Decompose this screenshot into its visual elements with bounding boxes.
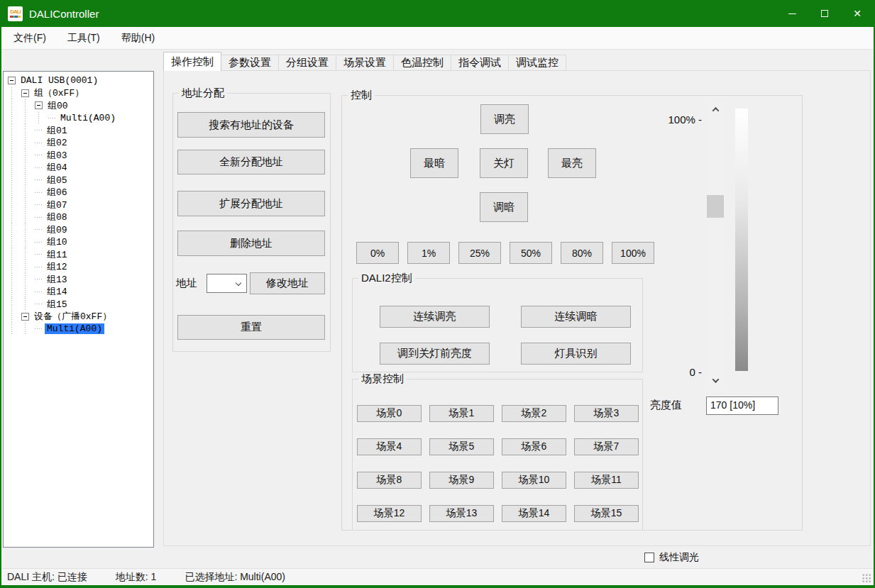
scene-button-15[interactable]: 场景15: [574, 505, 639, 522]
tree-guide: [21, 248, 35, 261]
scroll-down-button[interactable]: [705, 374, 725, 387]
tree-connector: [35, 149, 45, 162]
tree-item[interactable]: 组07: [4, 199, 153, 211]
tab-0[interactable]: 操作控制: [163, 52, 221, 71]
chevron-up-icon: [712, 106, 719, 113]
tree-item[interactable]: 组02: [4, 137, 153, 150]
resize-grip-icon[interactable]: [862, 574, 871, 583]
scene-button-10[interactable]: 场景10: [502, 472, 566, 489]
close-button[interactable]: ✕: [841, 0, 874, 27]
tree-item[interactable]: 组05: [4, 174, 153, 187]
scene-button-14[interactable]: 场景14: [502, 505, 566, 522]
brightness-min-label: 0 -: [645, 366, 702, 378]
percent-button-50[interactable]: 50%: [510, 242, 552, 264]
scene-button-11[interactable]: 场景11: [574, 472, 639, 489]
scene-button-6[interactable]: 场景6: [502, 438, 566, 455]
brightness-gradient-bar: [735, 109, 748, 371]
maximize-button[interactable]: [808, 0, 841, 27]
tree-connector: [35, 199, 45, 211]
tree-item[interactable]: 组00: [4, 99, 153, 112]
scene-button-13[interactable]: 场景13: [429, 505, 494, 522]
scroll-thumb[interactable]: [707, 195, 724, 218]
percent-button-80[interactable]: 80%: [561, 242, 603, 264]
percent-button-100[interactable]: 100%: [612, 242, 654, 264]
tree-item[interactable]: 组09: [4, 223, 153, 236]
dim-button[interactable]: 调暗: [480, 192, 528, 222]
min-brightness-button[interactable]: 最暗: [410, 148, 458, 178]
tab-5[interactable]: 指令调试: [451, 55, 509, 71]
menu-item-help[interactable]: 帮助(H): [111, 27, 165, 49]
tree-item[interactable]: 组03: [4, 149, 153, 162]
tree-item[interactable]: 组08: [4, 211, 153, 224]
tree-item[interactable]: 组15: [4, 298, 153, 311]
tree-item[interactable]: 组01: [4, 124, 153, 137]
tree-item[interactable]: Multi(A00): [4, 323, 153, 335]
tab-1[interactable]: 参数设置: [221, 55, 279, 71]
search-addressed-devices-button[interactable]: 搜索有地址的设备: [177, 112, 325, 138]
tree-item[interactable]: 设备（广播0xFF）: [4, 311, 153, 323]
tree-guide: [21, 149, 35, 162]
scene-button-4[interactable]: 场景4: [357, 438, 422, 455]
collapse-icon[interactable]: [8, 77, 16, 84]
brightness-value-field[interactable]: 170 [10%]: [706, 396, 778, 415]
assign-extended-address-button[interactable]: 扩展分配地址: [177, 191, 325, 216]
dali2-button-1[interactable]: 连续调暗: [521, 306, 631, 328]
brightness-scrollbar[interactable]: [705, 103, 725, 387]
scroll-up-button[interactable]: [705, 103, 725, 116]
status-item-1: 地址数: 1: [116, 571, 157, 584]
scene-button-1[interactable]: 场景1: [429, 405, 494, 422]
tree-item[interactable]: 组（0xFF）: [4, 87, 153, 100]
scene-button-5[interactable]: 场景5: [429, 438, 494, 455]
tree-item[interactable]: 组11: [4, 248, 153, 261]
tree-item[interactable]: 组04: [4, 162, 153, 174]
menu-item-tools[interactable]: 工具(T): [57, 27, 111, 49]
tree-item-label: 组01: [45, 124, 70, 137]
percent-button-25[interactable]: 25%: [458, 242, 501, 264]
tree-connector: [35, 223, 45, 236]
address-combo[interactable]: [207, 274, 247, 293]
percent-button-0[interactable]: 0%: [356, 242, 399, 264]
menu-item-file[interactable]: 文件(F): [3, 27, 57, 49]
scene-button-12[interactable]: 场景12: [357, 505, 422, 522]
tree-item[interactable]: DALI USB(0001): [4, 74, 153, 87]
tree-connector: [35, 323, 45, 335]
collapse-icon[interactable]: [21, 89, 29, 97]
tab-3[interactable]: 场景设置: [336, 55, 394, 71]
tab-2[interactable]: 分组设置: [279, 55, 336, 71]
scene-button-0[interactable]: 场景0: [357, 405, 422, 422]
tree-item-label: 组06: [45, 186, 70, 199]
scene-button-8[interactable]: 场景8: [357, 472, 422, 489]
collapse-icon[interactable]: [21, 313, 29, 321]
linear-dimming-checkbox[interactable]: [644, 553, 654, 562]
modify-address-button[interactable]: 修改地址: [250, 272, 325, 294]
tree-guide: [21, 323, 35, 335]
reset-button[interactable]: 重置: [177, 315, 325, 340]
delete-address-button[interactable]: 删除地址: [177, 231, 325, 256]
tab-6[interactable]: 调试监控: [509, 55, 566, 71]
light-off-button[interactable]: 关灯: [480, 148, 528, 178]
scene-button-7[interactable]: 场景7: [574, 438, 639, 455]
address-group-title: 地址分配: [179, 87, 227, 100]
tree-item[interactable]: 组10: [4, 236, 153, 249]
minimize-button[interactable]: [776, 0, 808, 27]
assign-new-address-button[interactable]: 全新分配地址: [177, 150, 325, 174]
percent-button-1[interactable]: 1%: [407, 242, 450, 264]
tree-item[interactable]: Multi(A00): [4, 112, 153, 125]
max-brightness-button[interactable]: 最亮: [548, 148, 596, 178]
tree-item[interactable]: 组12: [4, 261, 153, 274]
tree-guide: [8, 311, 21, 323]
dali2-button-2[interactable]: 调到关灯前亮度: [380, 343, 490, 365]
scene-button-3[interactable]: 场景3: [574, 405, 639, 422]
tree-item[interactable]: 组14: [4, 286, 153, 299]
tree-item[interactable]: 组13: [4, 273, 153, 286]
dali2-button-3[interactable]: 灯具识别: [521, 343, 631, 365]
scene-button-2[interactable]: 场景2: [502, 405, 566, 422]
scene-button-9[interactable]: 场景9: [429, 472, 494, 489]
tree-item-label: 组13: [45, 273, 70, 286]
collapse-icon[interactable]: [35, 101, 43, 109]
tab-4[interactable]: 色温控制: [394, 55, 451, 71]
dali2-button-0[interactable]: 连续调亮: [380, 306, 490, 328]
tree-item[interactable]: 组06: [4, 187, 153, 199]
tree-item-label: 组11: [45, 248, 70, 261]
brighten-button[interactable]: 调亮: [480, 104, 529, 134]
